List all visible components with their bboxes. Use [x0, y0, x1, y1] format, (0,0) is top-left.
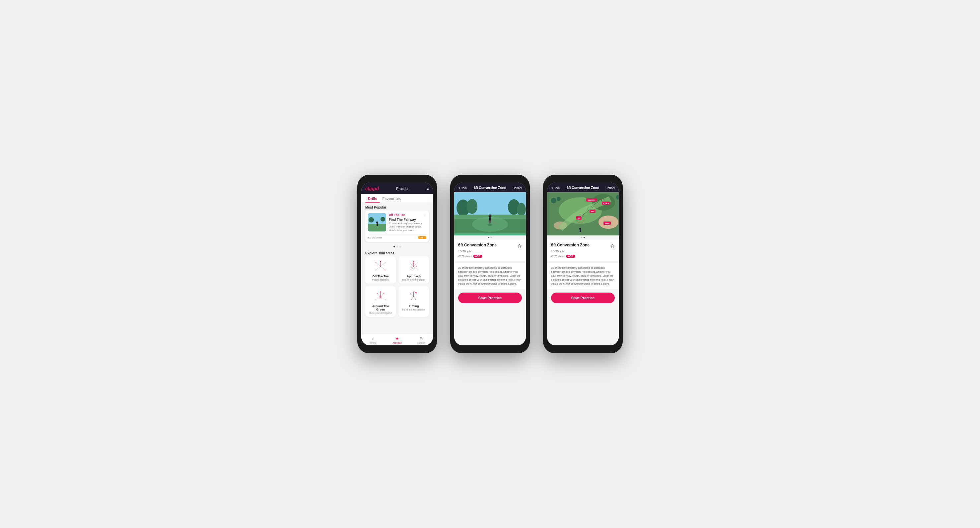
svg-point-83	[557, 197, 561, 201]
svg-text:SAND: SAND	[605, 222, 610, 225]
skill-card-putting[interactable]: Putting Make and lag practice	[398, 286, 429, 317]
svg-rect-71	[579, 230, 581, 232]
phone-2: < Back 6ft Conversion Zone Cancel	[450, 175, 530, 353]
header-title: Practice	[396, 187, 409, 191]
activities-icon: ♣	[396, 336, 399, 341]
nav-capture[interactable]: ⊕ Capture	[409, 334, 433, 345]
svg-line-19	[410, 263, 414, 266]
hamburger-icon[interactable]: ≡	[426, 186, 429, 191]
screen2-title: 6ft Conversion Zone	[474, 186, 506, 190]
drill-info-3: 6ft Conversion Zone ☆ 10-50 yds ⏱ 20 sho…	[547, 239, 619, 262]
svg-text:Miss: Miss	[590, 211, 594, 212]
screen2-detail-content: 6ft Conversion Zone ☆ 10-50 yds ⏱ 20 sho…	[454, 192, 526, 345]
start-practice-button-2[interactable]: Start Practice	[458, 293, 522, 303]
svg-line-9	[380, 263, 385, 266]
svg-line-11	[380, 266, 385, 270]
screen3-header: < Back 6ft Conversion Zone Cancel	[547, 183, 619, 192]
drill-name-3: 6ft Conversion Zone	[551, 243, 590, 247]
tag-arg-3: ARG	[566, 255, 575, 258]
drill-desc-3: 20 shots are randomly generated at dista…	[547, 263, 619, 289]
drill-range-3: 10-50 yds	[551, 250, 615, 253]
svg-point-12	[375, 262, 377, 263]
capture-icon: ⊕	[419, 336, 423, 341]
star-icon-3[interactable]: ☆	[610, 243, 615, 249]
drill-name-2: 6ft Conversion Zone	[458, 243, 496, 247]
image-dots-3	[547, 235, 619, 239]
svg-point-31	[383, 293, 385, 294]
back-button-3[interactable]: < Back	[551, 186, 560, 190]
skill-name-approach: Approach	[407, 274, 421, 278]
shots-info: ⏱ 10 shots	[368, 236, 382, 239]
most-popular-title: Most Popular	[361, 203, 433, 211]
svg-line-10	[376, 266, 380, 270]
svg-line-46	[414, 297, 416, 299]
cancel-button[interactable]: Cancel	[512, 186, 522, 190]
skill-name-ott: Off The Tee	[372, 274, 389, 278]
skill-card-atg[interactable]: Around The Green Hone your short game	[365, 286, 396, 317]
home-bar-2	[482, 347, 498, 348]
svg-point-5	[376, 222, 378, 223]
svg-point-48	[416, 293, 417, 294]
skill-desc-putting: Make and lag practice	[402, 308, 425, 311]
svg-point-82	[551, 198, 556, 203]
clock-icon: ⏱	[368, 236, 371, 239]
svg-point-51	[467, 199, 477, 214]
tab-favourites[interactable]: Favourites	[380, 194, 404, 203]
star-icon[interactable]: ☆	[423, 213, 426, 217]
svg-text:ROUGH: ROUGH	[603, 203, 609, 204]
home-bar-3	[574, 347, 591, 348]
star-icon-2[interactable]: ☆	[517, 243, 522, 249]
svg-point-62	[488, 224, 492, 226]
screen1-content: Most Popular ☆	[361, 203, 433, 334]
drill-photo	[454, 192, 526, 235]
skill-name-atg: Around The Green	[368, 305, 393, 311]
svg-point-14	[375, 270, 377, 271]
clock-icon-3: ⏱	[551, 255, 554, 258]
svg-line-45	[412, 297, 414, 299]
tag-ott: OTT	[418, 236, 426, 239]
svg-point-4	[380, 217, 385, 222]
featured-image	[368, 213, 386, 231]
start-practice-button-3[interactable]: Start Practice	[551, 293, 615, 303]
drill-map: FAIRWAY ROUGH Miss Hit SAND	[547, 192, 619, 235]
shots-label-2: ⏱ 20 shots	[458, 255, 471, 258]
svg-point-53	[517, 203, 526, 216]
skill-grid: Off The Tee Power accuracy	[361, 256, 433, 319]
screen2-header: < Back 6ft Conversion Zone Cancel	[454, 183, 526, 192]
svg-text:Hit: Hit	[578, 217, 580, 219]
back-button[interactable]: < Back	[458, 186, 468, 190]
explore-title: Explore skill areas	[361, 249, 433, 256]
drill-info-2: 6ft Conversion Zone ☆ 10-50 yds ⏱ 20 sho…	[454, 239, 526, 262]
svg-point-13	[385, 262, 386, 263]
phone-screen-2: < Back 6ft Conversion Zone Cancel	[454, 183, 526, 345]
cancel-button-3[interactable]: Cancel	[605, 186, 615, 190]
phone-notch	[387, 179, 407, 181]
tag-arg-2: ARG	[473, 255, 482, 258]
skill-desc-ott: Power accuracy	[372, 279, 389, 281]
phone-1: clippd Practice ≡ Drills Favourites Most…	[357, 175, 437, 353]
svg-point-57	[489, 215, 492, 217]
skill-card-ott[interactable]: Off The Tee Power accuracy	[365, 256, 396, 284]
skill-name-putting: Putting	[409, 305, 419, 308]
phone-notch-3	[573, 179, 593, 181]
screen1-header: clippd Practice ≡	[361, 183, 433, 194]
nav-home[interactable]: ⌂ Home	[361, 334, 385, 345]
phone-screen-3: < Back 6ft Conversion Zone Cancel	[547, 183, 619, 345]
skill-card-approach[interactable]: Approach Dial-in to hit the green	[398, 256, 429, 284]
shots-label-3: ⏱ 20 shots	[551, 255, 564, 258]
tab-drills[interactable]: Drills	[365, 194, 380, 203]
home-icon: ⌂	[372, 336, 375, 341]
nav-activities[interactable]: ♣ Activities	[385, 334, 409, 345]
featured-card[interactable]: ☆	[365, 211, 429, 242]
svg-rect-6	[377, 223, 378, 226]
featured-desc: Create an imaginary fairway using trees …	[389, 222, 426, 232]
home-bar-1	[389, 347, 406, 348]
featured-title: Find The Fairway	[389, 217, 426, 222]
svg-line-47	[410, 292, 414, 294]
phone-notch-2	[480, 179, 500, 181]
tabs-row: Drills Favourites	[361, 194, 433, 203]
svg-line-21	[410, 266, 414, 270]
bottom-nav: ⌂ Home ♣ Activities ⊕ Capture	[361, 334, 433, 345]
screen3-title: 6ft Conversion Zone	[567, 186, 599, 190]
skill-desc-approach: Dial-in to hit the green	[402, 279, 425, 281]
